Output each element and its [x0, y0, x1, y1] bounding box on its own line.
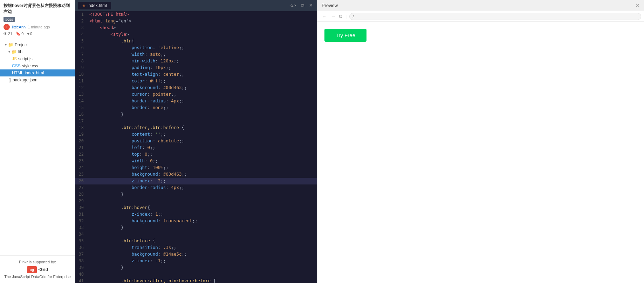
close-tab-btn[interactable]: ✕: [308, 2, 314, 9]
code-line: 26 z-index: -2;;: [75, 178, 317, 184]
line-number: 20: [75, 138, 88, 144]
code-line: 30 .btn:hover{: [75, 204, 317, 211]
line-content: <style>: [88, 31, 317, 38]
code-line: 33 }: [75, 224, 317, 231]
url-bar[interactable]: [349, 13, 641, 20]
tree-label-style-css: style.css: [22, 63, 38, 68]
code-view-btn[interactable]: </>: [288, 2, 297, 9]
code-line: 27 border-radius: 4px;;: [75, 184, 317, 191]
line-number: 7: [75, 51, 88, 58]
line-content: color: #fff;;: [88, 78, 317, 85]
line-content: <html lang="en">: [88, 18, 317, 25]
divider: |: [344, 14, 348, 19]
line-content: .btn:hover{: [88, 204, 317, 211]
tree-label-project: Project: [15, 42, 28, 47]
line-content: background: #00d463;;: [88, 171, 317, 178]
line-number: 21: [75, 144, 88, 151]
preview-tab-bar: Preview ✕: [317, 0, 644, 11]
line-content: width: 0;;: [88, 158, 317, 164]
css-file-icon: CSS: [12, 63, 21, 68]
line-number: 18: [75, 124, 88, 131]
html-file-icon: HTML: [12, 70, 23, 75]
back-btn[interactable]: ←: [320, 13, 328, 20]
line-number: 35: [75, 238, 88, 244]
preview-area: Preview ✕ ← → ↻ | Try Free: [317, 0, 644, 283]
line-content: [88, 198, 317, 204]
tree-item-style-css[interactable]: CSS style.css: [0, 62, 75, 69]
tree-item-lib[interactable]: ▾ 📁 lib: [0, 48, 75, 55]
try-free-button[interactable]: Try Free: [324, 29, 366, 42]
line-number: 13: [75, 91, 88, 98]
js-file-icon: JS: [12, 56, 17, 61]
code-line: 15 border: none;;: [75, 105, 317, 111]
editor-tab-bar: ◈ index.html </> ⧉ ✕: [75, 0, 317, 11]
preview-close-btn[interactable]: ✕: [635, 2, 640, 9]
copy-btn[interactable]: ⧉: [300, 2, 306, 9]
line-number: 28: [75, 191, 88, 198]
likes-stat: ♥ 0: [27, 32, 32, 36]
sponsor-logo[interactable]: ag ·Grid: [4, 266, 71, 273]
line-content: <head>: [88, 25, 317, 31]
code-line: 21 left: 0;;: [75, 144, 317, 151]
line-number: 2: [75, 18, 88, 25]
line-content: width: auto;;: [88, 51, 317, 58]
code-line: 37 background: #14ae5c;;: [75, 251, 317, 258]
tree-label-script-js: script.js: [18, 56, 33, 61]
line-number: 29: [75, 198, 88, 204]
code-line: 39 }: [75, 264, 317, 271]
line-content: left: 0;;: [88, 144, 317, 151]
tab-actions: </> ⧉ ✕: [288, 2, 314, 9]
code-line: 10 text-align: center;;: [75, 71, 317, 78]
avatar: L: [4, 24, 10, 30]
line-content: [88, 118, 317, 124]
line-content: background: #14ae5c;;: [88, 251, 317, 258]
tree-item-script-js[interactable]: JS script.js: [0, 55, 75, 62]
line-number: 31: [75, 211, 88, 218]
sponsor-label: Plnkr is supported by:: [4, 260, 71, 264]
tree-label-lib: lib: [18, 49, 22, 54]
likes-count: 0: [30, 32, 32, 36]
line-number: 19: [75, 131, 88, 138]
line-number: 12: [75, 85, 88, 91]
author-name[interactable]: littleAnn: [12, 25, 26, 29]
line-content: .btn{: [88, 38, 317, 45]
line-number: 17: [75, 118, 88, 124]
folder-icon-lib: 📁: [12, 49, 17, 54]
code-editor[interactable]: 1<!DOCTYPE html>2<html lang="en">3 <head…: [75, 11, 317, 283]
code-line: 34: [75, 231, 317, 238]
code-line: 28 }: [75, 191, 317, 198]
line-content: [88, 231, 317, 238]
line-number: 22: [75, 151, 88, 158]
tree-item-project[interactable]: ▾ 📁 Project: [0, 41, 75, 48]
code-line: 17: [75, 118, 317, 124]
code-line: 13 cursor: pointer;;: [75, 91, 317, 98]
line-content: }: [88, 191, 317, 198]
line-content: z-index: 1;;: [88, 211, 317, 218]
code-line: 20 position: absolute;;: [75, 138, 317, 144]
code-line: 23 width: 0;;: [75, 158, 317, 164]
line-content: content: '';;: [88, 131, 317, 138]
line-number: 39: [75, 264, 88, 271]
tab-html-icon: ◈: [82, 3, 85, 8]
line-number: 4: [75, 31, 88, 38]
post-tag[interactable]: #css: [4, 17, 15, 22]
line-number: 24: [75, 164, 88, 171]
refresh-btn[interactable]: ↻: [338, 14, 343, 19]
forward-btn[interactable]: →: [329, 13, 337, 20]
tree-item-package-json[interactable]: {} package.json: [0, 76, 75, 83]
line-number: 16: [75, 111, 88, 118]
line-content: }: [88, 111, 317, 118]
code-line: 36 transition: .3s;;: [75, 244, 317, 251]
code-line: 29: [75, 198, 317, 204]
line-content: background: transparent;;: [88, 218, 317, 224]
line-number: 41: [75, 278, 88, 283]
line-number: 36: [75, 244, 88, 251]
line-content: .btn:after,.btn:before {: [88, 124, 317, 131]
preview-toolbar: ← → ↻ |: [317, 11, 644, 22]
tree-item-index-html[interactable]: HTML index.html: [0, 69, 75, 76]
line-number: 9: [75, 65, 88, 71]
code-line: 14 border-radius: 4px;;: [75, 98, 317, 105]
editor-tab-index-html[interactable]: ◈ index.html: [78, 2, 111, 9]
heart-icon: ♥: [27, 32, 29, 36]
code-line: 32 background: transparent;;: [75, 218, 317, 224]
